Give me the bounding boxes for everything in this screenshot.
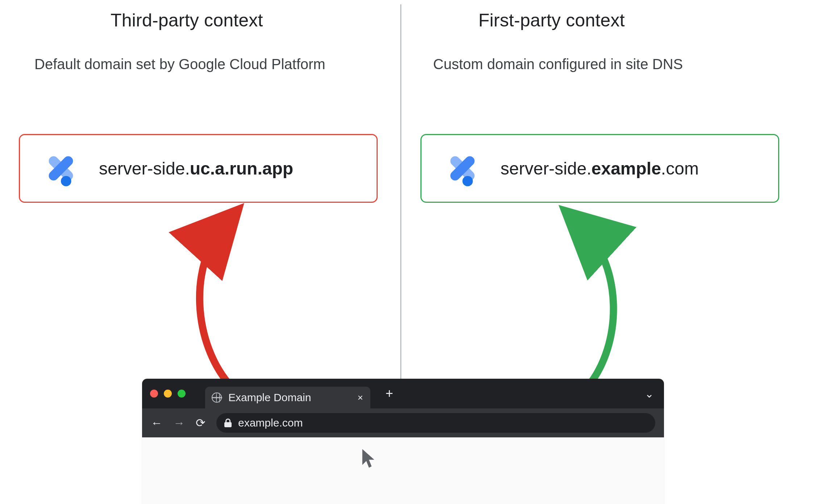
server-url-suffix: .com	[661, 159, 699, 178]
heading-first-party: First-party context	[478, 10, 625, 31]
tab-close-icon[interactable]: ×	[357, 392, 363, 403]
reload-button[interactable]: ⟳	[196, 416, 205, 430]
svg-point-2	[61, 176, 71, 186]
forward-button[interactable]: →	[173, 416, 185, 430]
back-button[interactable]: ←	[151, 416, 162, 430]
new-tab-button[interactable]: +	[386, 386, 393, 401]
globe-icon	[212, 392, 222, 403]
window-close-icon[interactable]	[150, 390, 158, 398]
server-url-prefix: server-side.	[99, 159, 190, 178]
google-tag-manager-icon	[443, 148, 482, 188]
subheading-first-party: Custom domain configured in site DNS	[433, 56, 683, 72]
server-url-prefix: server-side.	[501, 159, 591, 178]
server-box-third-party: server-side.uc.a.run.app	[19, 134, 378, 203]
browser-window: Example Domain × + ⌄ ← → ⟳ example.com	[142, 379, 664, 504]
svg-point-5	[462, 176, 473, 186]
server-box-first-party: server-side.example.com	[420, 134, 779, 203]
server-url-bold: uc.a.run.app	[190, 159, 293, 178]
subheading-third-party: Default domain set by Google Cloud Platf…	[34, 56, 325, 72]
browser-tab[interactable]: Example Domain ×	[205, 387, 370, 408]
tabs-dropdown-icon[interactable]: ⌄	[645, 387, 654, 400]
mouse-cursor-icon	[361, 448, 377, 469]
server-url-third-party: server-side.uc.a.run.app	[99, 159, 293, 178]
arrow-third-party	[200, 224, 232, 387]
browser-viewport	[142, 437, 664, 504]
lock-icon	[224, 419, 232, 427]
server-url-first-party: server-side.example.com	[501, 159, 699, 178]
window-maximize-icon[interactable]	[178, 390, 186, 398]
window-minimize-icon[interactable]	[164, 390, 172, 398]
window-controls[interactable]	[150, 390, 186, 398]
address-text: example.com	[238, 417, 303, 429]
browser-toolbar: ← → ⟳ example.com	[142, 408, 664, 437]
diagram-stage: Third-party context Default domain set b…	[0, 0, 818, 504]
heading-third-party: Third-party context	[111, 10, 263, 31]
browser-tabstrip: Example Domain × + ⌄	[142, 379, 664, 408]
google-tag-manager-icon	[41, 148, 81, 188]
server-url-bold: example	[591, 159, 661, 178]
arrow-first-party	[580, 224, 614, 387]
tab-title: Example Domain	[228, 391, 311, 404]
vertical-divider	[400, 4, 401, 384]
address-bar[interactable]: example.com	[216, 413, 655, 433]
